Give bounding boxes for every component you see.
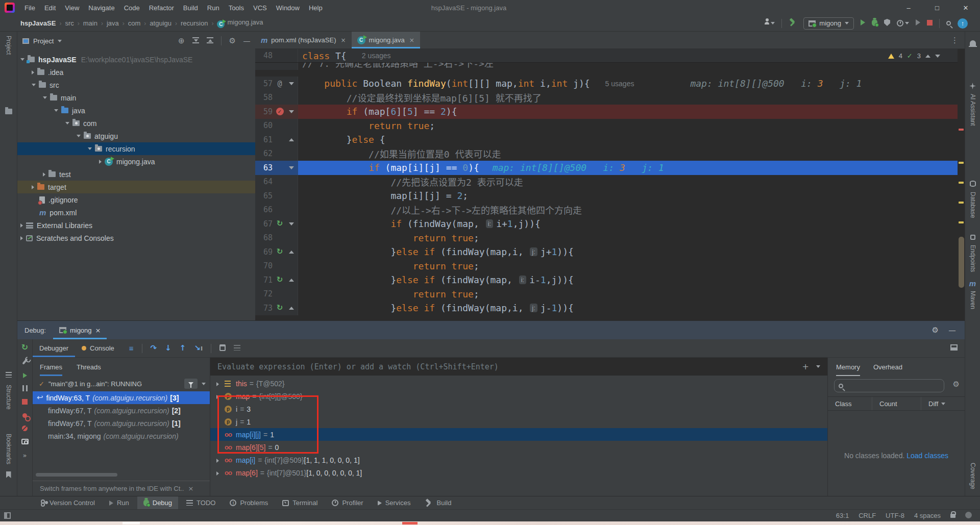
thread-selector[interactable]: ✓ "main"@1 in g...ain": RUNNING bbox=[33, 376, 210, 391]
coverage-button[interactable] bbox=[884, 19, 890, 28]
user-menu[interactable] bbox=[765, 22, 775, 24]
settings-button[interactable] bbox=[22, 357, 28, 366]
sidebar-item-bookmarks[interactable]: Bookmarks bbox=[5, 434, 12, 464]
tree-item-ExternalLibraries[interactable]: External Libraries bbox=[17, 219, 255, 232]
show-execution-point-button[interactable]: ≡ bbox=[129, 344, 134, 353]
toolwindow-button-profiler[interactable]: Profiler bbox=[326, 496, 369, 510]
editor-scrollbar[interactable] bbox=[958, 49, 965, 320]
stop-button[interactable] bbox=[22, 398, 28, 406]
hide-button[interactable]: — bbox=[243, 37, 250, 45]
profiler-button[interactable] bbox=[897, 20, 909, 27]
camera-button[interactable] bbox=[21, 438, 29, 446]
breadcrumb-item[interactable]: hspJavaSE bbox=[20, 19, 56, 27]
status-item[interactable]: UTF-8 bbox=[886, 512, 904, 519]
tab-overhead[interactable]: Overhead bbox=[873, 358, 902, 376]
run-button[interactable] bbox=[861, 19, 865, 27]
debug-session-tab[interactable]: migong × bbox=[53, 321, 107, 339]
tree-item-target[interactable]: target bbox=[17, 181, 255, 193]
sidebar-item-endpoints[interactable]: Endpoints bbox=[969, 245, 976, 272]
tree-toggle-icon[interactable] bbox=[20, 236, 23, 240]
tab-memory[interactable]: Memory bbox=[836, 358, 860, 376]
inspections-widget[interactable]: 4✓3 bbox=[888, 52, 940, 60]
rerun-button[interactable] bbox=[916, 19, 920, 27]
breadcrumb-item[interactable]: main bbox=[83, 19, 97, 27]
tree-item-ScratchesandConsoles[interactable]: Scratches and Consoles bbox=[17, 232, 255, 244]
variable-row[interactable]: pi=3 bbox=[210, 403, 827, 415]
toolwindow-button-services[interactable]: Services bbox=[372, 496, 417, 510]
tree-item-recursion[interactable]: recursion bbox=[17, 142, 255, 155]
tree-toggle-icon[interactable] bbox=[43, 96, 47, 99]
variable-row[interactable]: oomap[i]={int[7]@509} [1, 1, 1, 0, 0, 0,… bbox=[210, 454, 827, 466]
debug-button[interactable] bbox=[872, 19, 877, 28]
fold-marker-icon[interactable] bbox=[287, 110, 296, 113]
tree-toggle-icon[interactable] bbox=[65, 122, 69, 124]
toolwindow-toggle-icon[interactable] bbox=[4, 512, 11, 519]
status-item[interactable]: 4 spaces bbox=[914, 512, 941, 519]
tree-item-pomxml[interactable]: mpom.xml bbox=[17, 206, 255, 219]
variable-row[interactable]: this={T@502} bbox=[210, 377, 827, 390]
menu-tools[interactable]: Tools bbox=[224, 0, 249, 15]
toolwindow-button-build[interactable]: Build bbox=[419, 496, 457, 510]
minimize-button[interactable]: – bbox=[894, 0, 923, 15]
toolwindow-button-run[interactable]: Run bbox=[103, 496, 135, 510]
toolwindow-button-debug[interactable]: Debug bbox=[137, 496, 178, 510]
status-item[interactable]: 63:1 bbox=[836, 512, 849, 519]
toolwindow-button-todo[interactable]: TODO bbox=[180, 496, 222, 510]
select-opened-file-button[interactable]: ⊕ bbox=[178, 37, 185, 45]
structure-icon[interactable] bbox=[6, 371, 12, 379]
menu-view[interactable]: View bbox=[60, 0, 84, 15]
expand-icon[interactable] bbox=[216, 380, 225, 388]
breadcrumb-item[interactable]: src bbox=[65, 19, 74, 27]
layout-settings-button[interactable] bbox=[950, 344, 958, 352]
next-warning-icon[interactable] bbox=[935, 55, 940, 58]
run-to-cursor-button[interactable]: ↘I bbox=[194, 344, 203, 352]
stack-frame[interactable]: main:34, migong (com.atguigu.recursion) bbox=[33, 430, 210, 442]
notifications-icon[interactable] bbox=[965, 512, 972, 520]
chevron-down-icon[interactable] bbox=[58, 40, 62, 42]
tab-console[interactable]: Console bbox=[75, 339, 121, 357]
expand-icon[interactable] bbox=[216, 392, 225, 401]
variable-row[interactable]: oomap[6]={int[7]@501} [1, 0, 0, 0, 0, 0,… bbox=[210, 466, 827, 479]
memory-search-input[interactable] bbox=[834, 379, 944, 392]
rerun-button[interactable]: ↻ bbox=[21, 343, 28, 352]
fold-marker-icon[interactable] bbox=[287, 82, 296, 85]
filter-frames-button[interactable] bbox=[184, 379, 198, 389]
chevron-down-icon[interactable] bbox=[816, 365, 820, 368]
menu-code[interactable]: Code bbox=[119, 0, 144, 15]
editor-tab-migong.java[interactable]: Cmigong.java× bbox=[352, 32, 420, 48]
variable-row[interactable]: pj=1 bbox=[210, 415, 827, 428]
bookmark-icon[interactable] bbox=[6, 471, 11, 480]
prev-warning-icon[interactable] bbox=[925, 55, 930, 58]
fold-marker-icon[interactable] bbox=[287, 138, 296, 141]
close-icon[interactable]: × bbox=[188, 485, 193, 492]
sidebar-item-maven[interactable]: Maven bbox=[969, 291, 976, 309]
editor-tabs-menu-icon[interactable]: ⋮ bbox=[945, 32, 965, 48]
chevron-down-icon[interactable] bbox=[202, 383, 206, 385]
evaluate-button[interactable] bbox=[219, 344, 226, 353]
stop-button[interactable] bbox=[927, 19, 933, 27]
database-icon[interactable] bbox=[970, 181, 976, 188]
sidebar-item-coverage[interactable]: Coverage bbox=[969, 463, 976, 489]
folder-icon[interactable] bbox=[5, 108, 12, 116]
stack-frame[interactable]: ↩findWay:63, T (com.atguigu.recursion) [… bbox=[33, 391, 210, 404]
lock-icon[interactable] bbox=[950, 512, 955, 519]
menu-navigate[interactable]: Navigate bbox=[84, 0, 119, 15]
tree-toggle-icon[interactable] bbox=[32, 70, 34, 74]
breadcrumb-item[interactable]: recursion bbox=[181, 19, 208, 27]
tree-toggle-icon[interactable] bbox=[77, 135, 81, 137]
bell-icon[interactable] bbox=[970, 40, 976, 47]
gear-icon[interactable]: ⚙ bbox=[932, 327, 939, 334]
editor-tab-pom.xml[interactable]: mpom.xml (hspJavaSE)× bbox=[255, 32, 352, 48]
gear-icon[interactable]: ⚙ bbox=[229, 37, 236, 45]
tree-item-idea[interactable]: .idea bbox=[17, 66, 255, 79]
tree-toggle-icon[interactable] bbox=[99, 160, 102, 164]
tree-toggle-icon[interactable] bbox=[20, 223, 23, 228]
toolwindow-button-version-control[interactable]: Version Control bbox=[34, 496, 101, 510]
tree-toggle-icon[interactable] bbox=[88, 147, 92, 150]
tree-item-main[interactable]: main bbox=[17, 91, 255, 104]
menu-run[interactable]: Run bbox=[203, 0, 224, 15]
tab-threads[interactable]: Threads bbox=[77, 358, 101, 376]
fold-marker-icon[interactable] bbox=[287, 251, 296, 254]
tree-toggle-icon[interactable] bbox=[32, 185, 34, 189]
sidebar-item-project[interactable]: Project bbox=[5, 36, 12, 55]
